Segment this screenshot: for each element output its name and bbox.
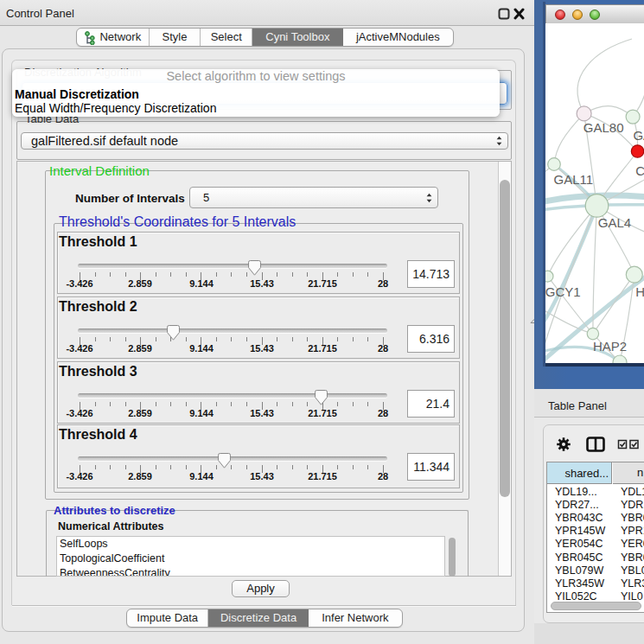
svg-text:H: H	[635, 284, 644, 299]
svg-text:GAL11: GAL11	[554, 172, 594, 187]
svg-text:GA: GA	[633, 128, 644, 143]
svg-text:GAL4: GAL4	[598, 215, 631, 230]
svg-text:GCY1: GCY1	[545, 284, 581, 299]
svg-text:HAP2: HAP2	[593, 339, 627, 354]
svg-text:GAL80: GAL80	[583, 120, 624, 135]
svg-text:C: C	[635, 163, 644, 178]
